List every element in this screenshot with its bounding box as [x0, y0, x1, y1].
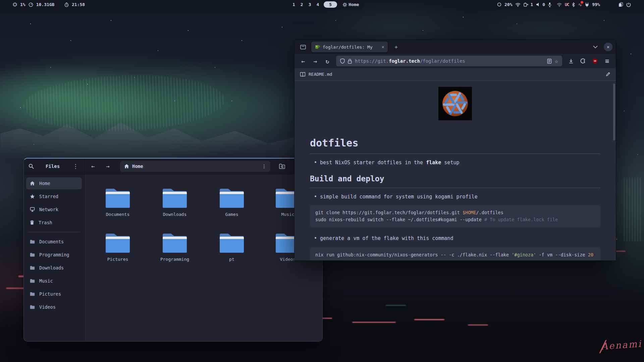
sidebar-item-pictures[interactable]: Pictures: [26, 288, 82, 300]
workspace-4[interactable]: 4: [314, 2, 321, 7]
sidebar-item-starred[interactable]: Starred: [26, 190, 82, 202]
svg-text:UO: UO: [594, 59, 596, 62]
sidebar-item-network[interactable]: Network: [26, 203, 82, 216]
folder-icon: [30, 240, 35, 244]
divider: [310, 188, 600, 188]
sidebar-item-videos[interactable]: Videos: [26, 301, 82, 313]
window-close-button[interactable]: ×: [604, 43, 612, 51]
build-bullet: simple build command for system using ko…: [310, 194, 600, 200]
home-icon: [30, 181, 35, 186]
files-window: Files ⋮ ← → Home ⋮ ⋮: [23, 158, 323, 342]
session-pill: [614, 0, 636, 9]
network-tray-icon[interactable]: [557, 3, 562, 7]
page-content: README.md: [294, 68, 616, 260]
sidebar-label: Music: [39, 278, 53, 284]
firefox-view-button[interactable]: [298, 42, 308, 52]
url-text[interactable]: https://git.foglar.tech/foglar/dotfiles: [355, 58, 544, 64]
home-icon: [124, 164, 129, 169]
nixos-snowflake-icon: [442, 91, 468, 116]
folder-item-programming[interactable]: Programming: [151, 232, 198, 262]
extensions-button[interactable]: [578, 56, 588, 66]
sidebar-item-home[interactable]: Home: [26, 177, 82, 189]
code-block-clone: git clone https://git.foglar.tech/foglar…: [310, 205, 600, 227]
path-bar[interactable]: Home ⋮: [120, 161, 270, 172]
search-icon[interactable]: [29, 164, 34, 169]
workspace-5-active[interactable]: 5: [324, 1, 337, 8]
readme-body: dotfiles best NixOS starter dotfiles in …: [294, 81, 616, 260]
folder-item-games[interactable]: Games: [208, 187, 255, 217]
microphone-icon[interactable]: [548, 2, 551, 7]
wallpaper-red-streak: [352, 322, 396, 323]
files-body: Home Starred Network Trash Document: [24, 174, 322, 341]
folder-item-pt[interactable]: pt: [208, 232, 255, 262]
volume-value: 0: [542, 2, 545, 7]
folder-icon: [30, 305, 35, 309]
sidebar-item-programming[interactable]: Programming: [26, 249, 82, 261]
wallpaper-red-streak: [414, 319, 444, 320]
navigation-bar: ← → ↻ https://git.foglar.tech/foglar/dot…: [294, 54, 616, 68]
clipboard-icon[interactable]: [619, 2, 623, 7]
bluetooth-icon[interactable]: [572, 2, 575, 7]
power-icon[interactable]: [626, 2, 631, 7]
files-headerbar-main: ← → Home ⋮ ⋮: [85, 159, 322, 174]
path-menu-button[interactable]: ⋮: [262, 164, 267, 169]
ublock-origin-button[interactable]: UO: [590, 56, 600, 66]
folder-item-downloads[interactable]: Downloads: [151, 187, 198, 217]
reload-button[interactable]: ↻: [322, 56, 333, 66]
downloads-button[interactable]: [566, 56, 576, 66]
readme-header: README.md: [294, 68, 616, 81]
active-tab[interactable]: foglar/dotfiles: My ×: [311, 42, 388, 52]
code-text: git clone https://git.foglar.tech/foglar…: [315, 210, 463, 215]
forward-button[interactable]: →: [102, 161, 113, 172]
keyboard-battery-icon[interactable]: [524, 3, 529, 7]
sidebar-item-downloads[interactable]: Downloads: [26, 262, 82, 274]
back-button[interactable]: ←: [87, 161, 99, 172]
files-headerbar: Files ⋮ ← → Home ⋮ ⋮: [24, 159, 322, 174]
edit-pencil-icon[interactable]: [606, 72, 610, 77]
folder-icon: [104, 232, 131, 254]
sidebar-item-music[interactable]: Music: [26, 275, 82, 287]
folder-search-icon: [279, 164, 285, 169]
url-bar[interactable]: https://git.foglar.tech/foglar/dotfiles …: [336, 56, 562, 66]
list-tabs-button[interactable]: [590, 42, 600, 52]
lock-icon[interactable]: [348, 59, 352, 64]
download-icon: [569, 59, 574, 64]
search-folder-button[interactable]: [276, 161, 288, 172]
code-comment: # To update flake.lock file: [484, 217, 558, 222]
shield-icon[interactable]: [340, 58, 345, 64]
folder-icon: [161, 232, 188, 254]
artist-signature: Aenami: [598, 335, 642, 356]
brightness-icon[interactable]: [497, 2, 501, 7]
wallpaper-red-streak: [468, 324, 488, 325]
bookmark-star-icon[interactable]: ☆: [555, 58, 558, 64]
volume-icon[interactable]: [536, 2, 540, 7]
book-icon: [300, 72, 306, 77]
sidebar-item-documents[interactable]: Documents: [26, 236, 82, 248]
nixos-logo-image: [438, 87, 472, 120]
layout-label: Home: [348, 2, 359, 7]
workspace-2[interactable]: 2: [299, 2, 305, 7]
files-menu-button[interactable]: ⋮: [71, 161, 79, 172]
scrollbar-thumb[interactable]: [613, 83, 615, 140]
sidebar-item-trash[interactable]: Trash: [26, 217, 82, 229]
reader-mode-icon[interactable]: [547, 59, 552, 64]
sidebar-label: Trash: [39, 220, 52, 225]
nav-forward-button[interactable]: →: [310, 56, 321, 66]
chevron-down-icon: [593, 46, 598, 48]
folder-item-pictures[interactable]: Pictures: [94, 232, 141, 262]
nav-back-button[interactable]: ←: [298, 56, 309, 66]
workspace-1[interactable]: 1: [290, 2, 297, 7]
folder-icon: [30, 266, 35, 270]
new-tab-button[interactable]: +: [391, 42, 401, 52]
wifi-icon[interactable]: [515, 3, 521, 7]
folder-item-documents[interactable]: Documents: [94, 187, 141, 217]
intro-text: best NixOS starter dotfiles in the: [320, 160, 426, 166]
tray-app-icon[interactable]: UC: [565, 2, 569, 7]
menu-button[interactable]: ≡: [602, 56, 612, 66]
aurora-streaks-right: [624, 178, 641, 241]
keyboard-battery-value: 1: [530, 2, 533, 7]
folder-label: Documents: [106, 212, 129, 217]
notification-wave-icon[interactable]: ∿: [578, 2, 582, 7]
workspace-3[interactable]: 3: [307, 2, 313, 7]
tab-close-button[interactable]: ×: [382, 44, 384, 50]
